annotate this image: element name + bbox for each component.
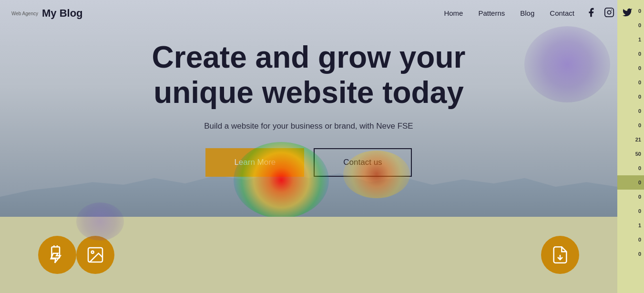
feature-bolt [38, 236, 76, 274]
svg-rect-3 [51, 247, 60, 258]
hero-title: Create and grow your unique website toda… [152, 40, 466, 110]
right-row-9: 21 [617, 132, 644, 147]
hero-buttons: Learn More Contact us [152, 148, 466, 177]
brand-name[interactable]: My Blog [42, 7, 83, 20]
instagram-icon[interactable] [604, 7, 614, 20]
features-section [0, 217, 617, 293]
right-row-10: 50 [617, 147, 644, 161]
nav-contact[interactable]: Contact [550, 9, 574, 17]
heat-spot-top-right [524, 26, 610, 102]
right-row-7: 0 [617, 104, 644, 118]
right-row-4: 0 [617, 61, 644, 75]
facebook-icon[interactable] [586, 7, 596, 20]
feature-download [541, 236, 579, 274]
learn-more-button[interactable]: Learn More [205, 148, 304, 177]
nav-links: Home Patterns Blog Contact [444, 9, 574, 18]
download-icon [551, 245, 570, 264]
right-row-15: 1 [617, 218, 644, 232]
twitter-icon[interactable] [622, 7, 633, 20]
svg-point-5 [92, 251, 94, 253]
brand-agency-label: Web Agency [11, 11, 38, 16]
hero-section: Create and grow your unique website toda… [0, 0, 617, 217]
social-icons [586, 7, 633, 20]
bolt-icon [48, 245, 67, 264]
right-row-2: 1 [617, 32, 644, 47]
heat-spot-bottom [76, 202, 124, 241]
navbar: Web Agency My Blog Home Patterns Blog Co… [0, 0, 644, 27]
right-row-12-highlight: 0 [617, 175, 644, 190]
nav-blog[interactable]: Blog [520, 9, 534, 17]
right-row-14: 0 [617, 204, 644, 218]
feature-image [76, 236, 114, 274]
svg-point-1 [607, 10, 611, 14]
right-panel: 0 0 1 0 0 0 0 0 0 21 50 0 0 0 0 1 0 0 [617, 0, 644, 293]
hero-subtitle: Build a website for your business or bra… [152, 121, 466, 131]
nav-patterns[interactable]: Patterns [478, 9, 505, 17]
hero-content: Create and grow your unique website toda… [133, 40, 485, 177]
right-row-16: 0 [617, 232, 644, 247]
right-row-13: 0 [617, 190, 644, 204]
right-row-3: 0 [617, 47, 644, 61]
image-icon [86, 245, 105, 264]
right-row-5: 0 [617, 75, 644, 90]
right-row-8: 0 [617, 118, 644, 132]
svg-rect-0 [605, 8, 613, 16]
svg-point-2 [611, 10, 612, 10]
contact-us-button[interactable]: Contact us [314, 148, 411, 177]
nav-home[interactable]: Home [444, 9, 463, 17]
right-row-11: 0 [617, 161, 644, 175]
right-row-17: 0 [617, 247, 644, 261]
right-row-6: 0 [617, 90, 644, 104]
